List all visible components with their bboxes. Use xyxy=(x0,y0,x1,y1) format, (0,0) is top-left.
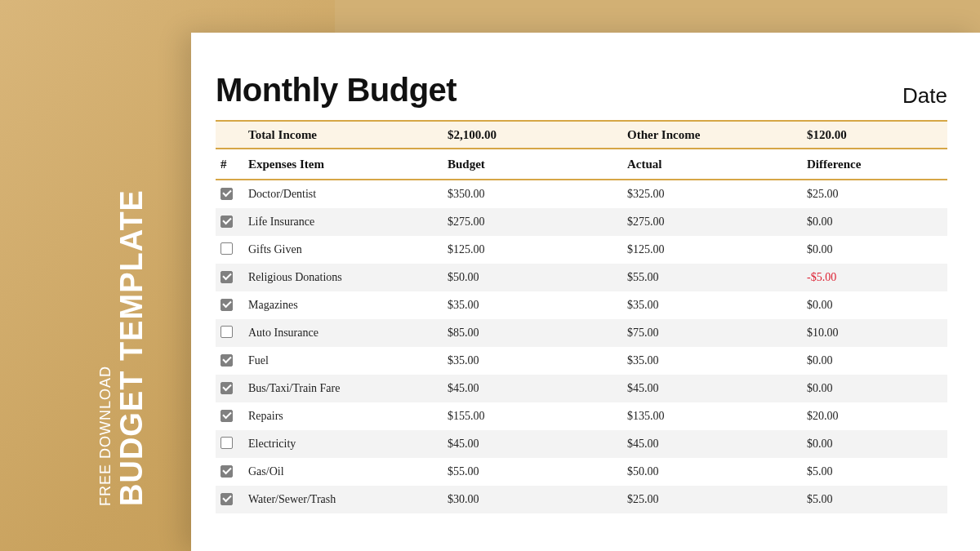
checkbox-icon[interactable] xyxy=(220,216,233,228)
cell-item: Life Insurance xyxy=(248,216,448,229)
sidebar-caption: FREE DOWNLOAD BUDGET TEMPLATE xyxy=(98,189,147,506)
cell-actual: $45.00 xyxy=(627,382,807,395)
cell-budget: $350.00 xyxy=(448,188,627,201)
cell-item: Electricity xyxy=(248,438,448,451)
cell-budget: $45.00 xyxy=(448,382,627,395)
income-summary-bar: Total Income $2,100.00 Other Income $120… xyxy=(216,120,947,149)
cell-difference: $0.00 xyxy=(807,299,947,312)
cell-actual: $75.00 xyxy=(627,327,807,340)
checkbox-icon[interactable] xyxy=(220,437,233,449)
table-row: Bus/Taxi/Train Fare$45.00$45.00$0.00 xyxy=(216,375,947,402)
checkbox-icon[interactable] xyxy=(220,493,233,505)
cell-difference: $5.00 xyxy=(807,465,947,478)
cell-difference: $0.00 xyxy=(807,354,947,367)
table-row: Religious Donations$50.00$55.00-$5.00 xyxy=(216,264,947,291)
cell-item: Bus/Taxi/Train Fare xyxy=(248,382,448,395)
cell-budget: $85.00 xyxy=(448,327,627,340)
table-row: Gas/Oil$55.00$50.00$5.00 xyxy=(216,458,947,486)
cell-actual: $45.00 xyxy=(627,438,807,451)
cell-budget: $35.00 xyxy=(448,299,627,312)
cell-item: Auto Insurance xyxy=(248,327,448,340)
cell-difference: $10.00 xyxy=(807,327,947,340)
table-row: Repairs$155.00$135.00$20.00 xyxy=(216,402,947,430)
cell-budget: $55.00 xyxy=(448,465,627,478)
sidebar-caption-line1: FREE DOWNLOAD xyxy=(98,189,113,506)
other-income-label: Other Income xyxy=(627,128,807,142)
checkbox-icon[interactable] xyxy=(220,242,233,255)
cell-actual: $55.00 xyxy=(627,271,807,284)
checkbox-icon[interactable] xyxy=(220,271,233,283)
col-budget: Budget xyxy=(448,158,627,171)
cell-budget: $50.00 xyxy=(448,271,627,284)
cell-item: Magazines xyxy=(248,299,448,312)
checkbox-icon[interactable] xyxy=(220,382,233,394)
cell-difference: -$5.00 xyxy=(807,271,947,284)
document-header: Monthly Budget Date xyxy=(216,72,947,109)
table-row: Fuel$35.00$35.00$0.00 xyxy=(216,347,947,375)
cell-item: Gifts Given xyxy=(248,243,448,256)
cell-actual: $325.00 xyxy=(627,188,807,201)
cell-actual: $35.00 xyxy=(627,354,807,367)
col-actual: Actual xyxy=(627,158,807,171)
cell-budget: $155.00 xyxy=(448,410,627,423)
col-item: Expenses Item xyxy=(248,158,448,171)
cell-budget: $30.00 xyxy=(448,493,627,506)
checkbox-icon[interactable] xyxy=(220,299,233,311)
table-row: Magazines$35.00$35.00$0.00 xyxy=(216,291,947,319)
table-row: Life Insurance$275.00$275.00$0.00 xyxy=(216,208,947,236)
table-row: Water/Sewer/Trash$30.00$25.00$5.00 xyxy=(216,486,947,513)
total-income-value: $2,100.00 xyxy=(448,128,627,142)
cell-item: Religious Donations xyxy=(248,271,448,284)
cell-difference: $25.00 xyxy=(807,188,947,201)
cell-budget: $275.00 xyxy=(448,216,627,229)
checkbox-icon[interactable] xyxy=(220,188,233,200)
checkbox-icon[interactable] xyxy=(220,326,233,338)
table-body: Doctor/Dentist$350.00$325.00$25.00Life I… xyxy=(216,180,947,513)
cell-item: Repairs xyxy=(248,410,448,423)
checkbox-icon[interactable] xyxy=(220,354,233,367)
cell-budget: $45.00 xyxy=(448,438,627,451)
background-accent xyxy=(335,0,980,33)
checkbox-icon[interactable] xyxy=(220,465,233,478)
cell-actual: $25.00 xyxy=(627,493,807,506)
cell-difference: $0.00 xyxy=(807,438,947,451)
cell-difference: $0.00 xyxy=(807,382,947,395)
date-label: Date xyxy=(902,83,947,109)
cell-actual: $35.00 xyxy=(627,299,807,312)
table-header-row: # Expenses Item Budget Actual Difference xyxy=(216,149,947,180)
other-income-value: $120.00 xyxy=(807,128,947,142)
cell-difference: $0.00 xyxy=(807,216,947,229)
cell-budget: $35.00 xyxy=(448,354,627,367)
cell-budget: $125.00 xyxy=(448,243,627,256)
cell-item: Doctor/Dentist xyxy=(248,188,448,201)
page-title: Monthly Budget xyxy=(216,72,457,109)
table-row: Electricity$45.00$45.00$0.00 xyxy=(216,430,947,458)
cell-item: Gas/Oil xyxy=(248,465,448,478)
cell-item: Fuel xyxy=(248,354,448,367)
cell-actual: $135.00 xyxy=(627,410,807,423)
sidebar-caption-line2: BUDGET TEMPLATE xyxy=(116,189,147,506)
total-income-label: Total Income xyxy=(248,128,448,142)
cell-actual: $275.00 xyxy=(627,216,807,229)
col-difference: Difference xyxy=(807,158,947,171)
cell-actual: $50.00 xyxy=(627,465,807,478)
table-row: Auto Insurance$85.00$75.00$10.00 xyxy=(216,319,947,347)
cell-actual: $125.00 xyxy=(627,243,807,256)
cell-item: Water/Sewer/Trash xyxy=(248,493,448,506)
checkbox-icon[interactable] xyxy=(220,410,233,422)
table-row: Doctor/Dentist$350.00$325.00$25.00 xyxy=(216,180,947,208)
col-hash: # xyxy=(216,158,248,171)
cell-difference: $20.00 xyxy=(807,410,947,423)
document-sheet: Monthly Budget Date Total Income $2,100.… xyxy=(191,33,980,551)
cell-difference: $0.00 xyxy=(807,243,947,256)
table-row: Gifts Given$125.00$125.00$0.00 xyxy=(216,236,947,264)
cell-difference: $5.00 xyxy=(807,493,947,506)
